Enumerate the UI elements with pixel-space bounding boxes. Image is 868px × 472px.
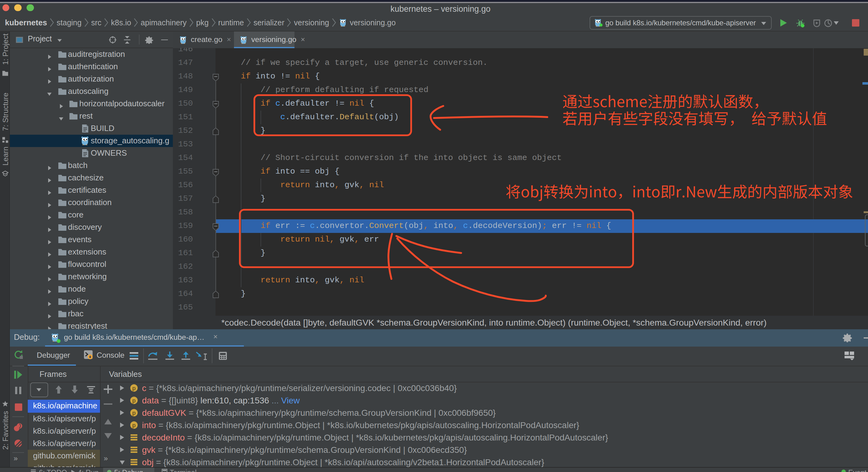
svg-text:p: p (132, 410, 135, 417)
svg-text:p: p (132, 397, 135, 404)
svg-text:p: p (132, 385, 135, 392)
svg-text:p: p (132, 422, 135, 429)
